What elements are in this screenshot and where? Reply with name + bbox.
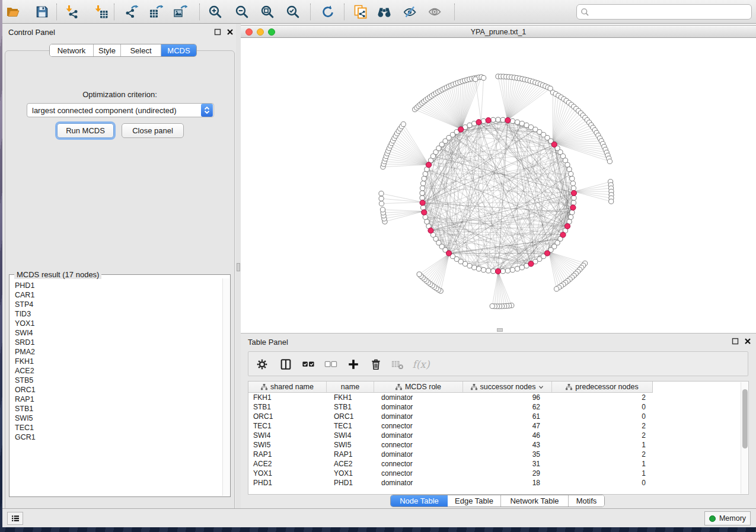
table-toolbar: f(x) [248,351,748,376]
search-network-button[interactable] [377,4,392,20]
table-tabs: Node Table Edge Table Network Table Moti… [390,495,605,507]
refresh-icon [321,5,335,19]
list-item[interactable]: TEC1 [10,423,222,432]
hide-elements-button[interactable] [402,4,417,20]
list-icon [11,514,20,523]
clone-network-button[interactable] [353,4,368,20]
birdseye-button[interactable] [427,4,442,20]
list-item[interactable]: CAR1 [10,290,222,300]
table-row[interactable]: SWI5SWI5connector431 [248,440,748,450]
tab-style[interactable]: Style [94,44,121,56]
list-item[interactable]: YOX1 [10,319,222,328]
float-panel-icon[interactable] [732,338,739,345]
tab-select[interactable]: Select [121,44,161,56]
list-item[interactable]: ORC1 [10,385,222,395]
attribute-icon [261,384,267,390]
run-mcds-button[interactable]: Run MCDS [57,123,114,138]
list-item[interactable]: STP4 [10,300,222,309]
column-settings-button[interactable] [255,357,269,371]
table-row[interactable]: FKH1FKH1dominator962 [248,393,748,402]
save-icon [35,5,49,19]
tab-network-table[interactable]: Network Table [501,495,569,507]
zoom-fit-button[interactable] [260,4,275,20]
create-column-button[interactable] [346,357,361,371]
table-row[interactable]: STB1STB1dominator620 [248,402,748,412]
column-header-name[interactable]: name [327,382,374,392]
mcds-list-scrollbar[interactable] [222,278,229,496]
tab-motifs[interactable]: Motifs [569,495,604,507]
export-image-button[interactable] [173,4,188,20]
mcds-result-list: PHD1 CAR1 STP4 TID3 YOX1 SWI4 SRD1 PMA2 … [10,281,222,496]
tab-node-table[interactable]: Node Table [391,495,448,507]
list-item[interactable]: RAP1 [10,395,222,404]
list-item[interactable]: SRD1 [10,338,222,347]
close-panel-icon[interactable] [744,338,751,345]
fx-icon: f(x) [412,358,429,370]
zoom-in-button[interactable] [208,4,223,20]
export-table-button[interactable] [148,4,164,20]
toolbar-separator [344,4,344,20]
toolbar-separator [199,4,200,20]
network-window: YPA_prune.txt_1 [241,24,756,333]
sort-chevron-icon[interactable] [538,385,544,389]
table-row[interactable]: RAP1RAP1dominator352 [248,450,748,459]
column-header-shared-name[interactable]: shared name [248,382,327,392]
import-network-button[interactable] [65,4,80,20]
tab-edge-table[interactable]: Edge Table [448,495,501,507]
delete-column-button[interactable] [369,357,383,371]
list-item[interactable]: GCR1 [10,432,222,442]
search-input[interactable] [589,8,748,17]
column-header-successor-nodes[interactable]: successor nodes [463,382,552,392]
optimization-criterion-select[interactable]: largest connected component (undirected) [27,103,214,117]
scrollbar-thumb[interactable] [742,389,748,448]
close-panel-icon[interactable] [227,28,234,36]
list-item[interactable]: SWI4 [10,328,222,338]
canvas-splitter-grip[interactable] [497,328,503,332]
list-item[interactable]: STB1 [10,404,222,414]
open-file-button[interactable] [5,4,21,20]
select-all-button[interactable] [301,357,315,371]
zoom-out-button[interactable] [234,4,250,20]
list-item[interactable]: STB5 [10,376,222,385]
panel-splitter[interactable] [236,24,241,508]
list-item[interactable]: FKH1 [10,357,222,366]
close-panel-button[interactable]: Close panel [122,123,184,138]
attribute-icon [395,384,402,390]
export-table-icon [149,5,163,19]
zoom-selected-button[interactable] [285,4,301,20]
import-table-button[interactable] [94,4,109,20]
network-graph[interactable] [241,38,756,332]
float-panel-icon[interactable] [214,28,221,36]
column-label: successor nodes [480,383,536,391]
export-network-button[interactable] [124,4,139,20]
deselect-all-button[interactable] [324,357,338,371]
list-item[interactable]: TID3 [10,309,222,319]
table-scrollbar[interactable] [741,382,748,493]
show-log-button[interactable] [7,512,23,525]
table-body: FKH1FKH1dominator962 STB1STB1dominator62… [248,393,748,488]
table-row[interactable]: ACE2ACE2connector311 [248,459,748,469]
table-row[interactable]: ORC1ORC1dominator610 [248,412,748,421]
column-header-predecessor-nodes[interactable]: predecessor nodes [552,382,653,392]
table-row[interactable]: TEC1TEC1connector472 [248,421,748,431]
table-row[interactable]: YOX1YOX1connector291 [248,469,748,478]
delete-table-button[interactable] [390,357,404,371]
table-row[interactable]: SWI4SWI4dominator462 [248,431,748,440]
tab-network[interactable]: Network [50,44,94,56]
memory-button[interactable]: Memory [704,511,751,525]
splitter-grip[interactable] [237,263,240,271]
table-row[interactable]: PHD1PHD1dominator180 [248,478,748,488]
list-item[interactable]: SWI5 [10,414,222,423]
list-item[interactable]: PHD1 [10,281,222,290]
network-canvas[interactable] [241,38,756,332]
export-network-icon [125,5,139,19]
network-title: YPA_prune.txt_1 [241,28,756,36]
function-builder-button[interactable]: f(x) [411,357,431,371]
save-session-button[interactable] [34,4,50,20]
show-columns-button[interactable] [279,357,293,371]
apply-layout-button[interactable] [320,4,336,20]
list-item[interactable]: ACE2 [10,366,222,376]
tab-mcds[interactable]: MCDS [161,44,196,56]
column-header-mcds-role[interactable]: MCDS role [374,382,463,392]
list-item[interactable]: PMA2 [10,347,222,357]
